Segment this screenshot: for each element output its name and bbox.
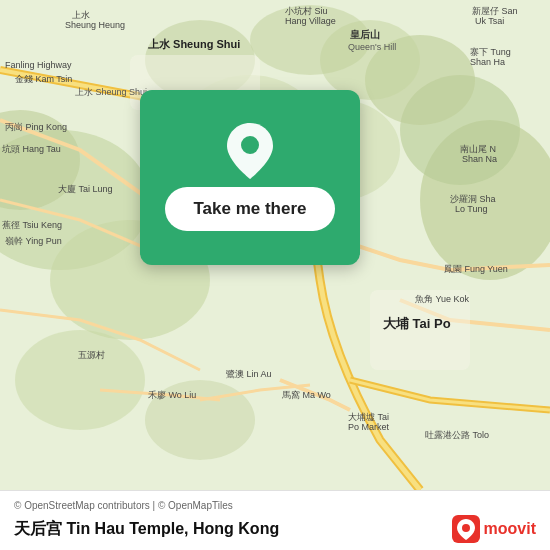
svg-text:大埔墟 Tai: 大埔墟 Tai [348, 412, 389, 422]
svg-text:鳳園 Fung Yuen: 鳳園 Fung Yuen [444, 264, 508, 274]
location-pin-icon [224, 125, 276, 177]
svg-text:Uk Tsai: Uk Tsai [475, 16, 504, 26]
svg-text:五源村: 五源村 [78, 350, 105, 360]
svg-point-50 [241, 136, 259, 154]
svg-text:皇后山: 皇后山 [350, 29, 380, 40]
svg-text:丙崗 Ping Kong: 丙崗 Ping Kong [5, 122, 67, 132]
svg-text:吐露港公路 Tolo: 吐露港公路 Tolo [425, 430, 489, 440]
svg-text:坑頭 Hang Tau: 坑頭 Hang Tau [1, 144, 61, 154]
svg-text:大廈 Tai Lung: 大廈 Tai Lung [58, 184, 113, 194]
svg-text:上水: 上水 [72, 10, 90, 20]
svg-text:蕉徑 Tsiu Keng: 蕉徑 Tsiu Keng [2, 220, 62, 230]
svg-point-52 [462, 524, 470, 532]
attribution: © OpenStreetMap contributors | © OpenMap… [14, 500, 536, 511]
svg-text:上水 Sheung Shui: 上水 Sheung Shui [148, 38, 240, 50]
svg-text:新屋仔 San: 新屋仔 San [472, 6, 518, 16]
bottom-bar: © OpenStreetMap contributors | © OpenMap… [0, 490, 550, 550]
svg-text:大埔 Tai Po: 大埔 Tai Po [382, 316, 451, 331]
svg-text:Queen's Hill: Queen's Hill [348, 42, 396, 52]
svg-text:鷺澳 Lin Au: 鷺澳 Lin Au [226, 369, 272, 379]
svg-text:Fanling Highway: Fanling Highway [5, 60, 72, 70]
moovit-logo: moovit [452, 515, 536, 543]
svg-text:魚角 Yue Kok: 魚角 Yue Kok [415, 294, 470, 304]
svg-text:沙羅洞 Sha: 沙羅洞 Sha [450, 194, 496, 204]
svg-text:Shan Na: Shan Na [462, 154, 497, 164]
moovit-label: moovit [484, 520, 536, 538]
svg-text:小坑村 Siu: 小坑村 Siu [285, 6, 328, 16]
svg-text:Po Market: Po Market [348, 422, 390, 432]
svg-text:寨下 Tung: 寨下 Tung [470, 47, 511, 57]
take-me-there-card[interactable]: Take me there [140, 90, 360, 265]
svg-text:Hang Village: Hang Village [285, 16, 336, 26]
svg-text:上水 Sheung Shui: 上水 Sheung Shui [75, 87, 147, 97]
svg-text:Sheung Heung: Sheung Heung [65, 20, 125, 30]
take-me-there-button[interactable]: Take me there [165, 187, 334, 231]
svg-point-11 [15, 330, 145, 430]
svg-text:馬窩 Ma Wo: 馬窩 Ma Wo [281, 390, 331, 400]
svg-text:Lo Tung: Lo Tung [455, 204, 488, 214]
location-name: 天后宫 Tin Hau Temple, Hong Kong [14, 519, 279, 540]
map: 上水 Sheung Heung Fanling Highway 金錢 Kam T… [0, 0, 550, 490]
svg-text:Shan Ha: Shan Ha [470, 57, 505, 67]
moovit-logo-icon [452, 515, 480, 543]
svg-text:嶺幹 Ying Pun: 嶺幹 Ying Pun [5, 236, 62, 246]
svg-text:南山尾 N: 南山尾 N [460, 144, 496, 154]
svg-text:禾廖 Wo Liu: 禾廖 Wo Liu [148, 390, 196, 400]
svg-text:金錢 Kam Tsin: 金錢 Kam Tsin [15, 74, 72, 84]
